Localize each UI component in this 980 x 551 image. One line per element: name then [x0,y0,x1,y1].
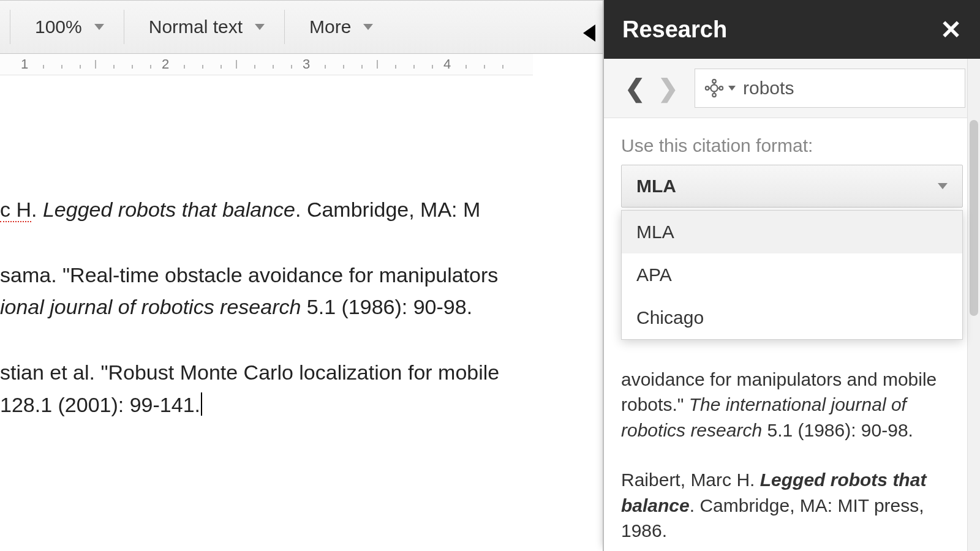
more-label: More [309,17,351,37]
citation-format-dropdown: MLA MLA APA Chicago [621,165,963,208]
chevron-down-icon [363,24,373,30]
nav-back-icon[interactable]: ❮ [619,74,652,102]
svg-point-2 [712,94,716,97]
panel-search-bar: ❮ ❯ robots [604,59,980,118]
result-item[interactable]: Raibert, Marc H. Legged robots that bala… [621,467,963,543]
horizontal-ruler[interactable]: 1 2 3 4 [0,54,533,75]
panel-header: Research ✕ [604,0,980,59]
zoom-dropdown[interactable]: 100% [25,10,114,43]
panel-title: Research [622,17,727,43]
citation-dropdown-list: MLA APA Chicago [621,210,963,340]
document-body[interactable]: c H. Legged robots that balance. Cambrid… [0,75,533,551]
svg-point-3 [706,86,709,90]
svg-point-0 [710,84,717,91]
chevron-down-icon [938,183,948,189]
chevron-down-icon [255,24,265,30]
more-dropdown[interactable]: More [300,10,383,43]
scrollbar-thumb[interactable] [970,120,978,316]
text-cursor [201,392,202,416]
close-icon[interactable]: ✕ [940,15,962,45]
dropdown-option-apa[interactable]: APA [622,253,962,296]
paragraph-style-dropdown[interactable]: Normal text [139,10,274,43]
svg-point-4 [720,86,723,90]
toolbar-separator [284,10,285,44]
citation-format-label: Use this citation format: [621,135,963,156]
search-value: robots [743,78,794,99]
toolbar-separator [124,10,124,44]
dropdown-option-mla[interactable]: MLA [622,211,962,253]
ruler-number: 3 [303,56,310,72]
ruler-number: 4 [443,56,451,72]
document-line: sama. "Real-time obstacle avoidance for … [0,259,533,323]
dropdown-option-chicago[interactable]: Chicago [622,296,962,339]
svg-point-1 [712,80,716,83]
panel-collapse-icon[interactable] [583,24,595,42]
document-line: stian et al. "Robust Monte Carlo localiz… [0,356,533,421]
research-search-input[interactable]: robots [695,69,965,108]
research-results: avoidance for manipulators and mobile ro… [621,367,963,543]
research-panel: Research ✕ ❮ ❯ robots [603,0,980,551]
ruler-number: 1 [21,56,28,72]
style-label: Normal text [149,17,243,37]
scholar-icon[interactable] [704,78,736,99]
chevron-down-icon [94,24,104,30]
document-line: c H. Legged robots that balance. Cambrid… [0,193,533,226]
ruler-number: 2 [162,56,169,72]
panel-scrollbar[interactable] [967,59,980,551]
citation-dropdown-button[interactable]: MLA [621,165,963,208]
chevron-down-icon [728,86,736,91]
dropdown-selected: MLA [636,176,676,197]
zoom-label: 100% [35,17,82,37]
panel-body: Use this citation format: MLA MLA APA Ch… [604,118,980,543]
toolbar-separator [10,10,10,44]
nav-forward-icon: ❯ [652,74,685,102]
result-item[interactable]: avoidance for manipulators and mobile ro… [621,367,963,443]
